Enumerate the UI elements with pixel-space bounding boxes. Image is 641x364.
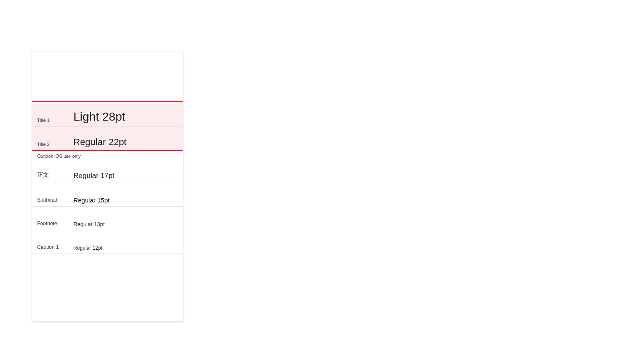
- type-row-label: Caption 1: [37, 244, 73, 253]
- type-row-sample: Regular 12pt: [73, 245, 178, 253]
- type-row-caption1: Caption 1 Regular 12pt: [32, 230, 183, 254]
- type-row-label: Footnote: [37, 221, 73, 230]
- type-row-label: Title 1: [37, 118, 73, 126]
- type-row-body: 正文 Regular 17pt: [32, 159, 183, 183]
- type-row-title1: Title 1 Light 28pt: [32, 102, 183, 127]
- section-note: Outlook iOS use only: [32, 151, 183, 159]
- type-row-subhead: Subhead Regular 15pt: [32, 183, 183, 207]
- type-row-label: Subhead: [37, 197, 73, 206]
- type-row-footnote: Footnote Regular 13pt: [32, 207, 183, 230]
- type-row-sample: Regular 22pt: [73, 137, 178, 150]
- typography-spec-card: Title 1 Light 28pt Title 2 Regular 22pt …: [32, 51, 183, 321]
- type-row-label: 正文: [37, 171, 73, 183]
- type-row-sample: Regular 13pt: [73, 221, 178, 230]
- type-row-label: Title 2: [37, 142, 73, 150]
- type-row-sample: Regular 17pt: [73, 172, 178, 183]
- highlighted-section: Title 1 Light 28pt Title 2 Regular 22pt: [32, 101, 183, 151]
- type-row-title2: Title 2 Regular 22pt: [32, 127, 183, 150]
- type-row-sample: Light 28pt: [73, 110, 178, 126]
- type-row-sample: Regular 15pt: [73, 197, 178, 206]
